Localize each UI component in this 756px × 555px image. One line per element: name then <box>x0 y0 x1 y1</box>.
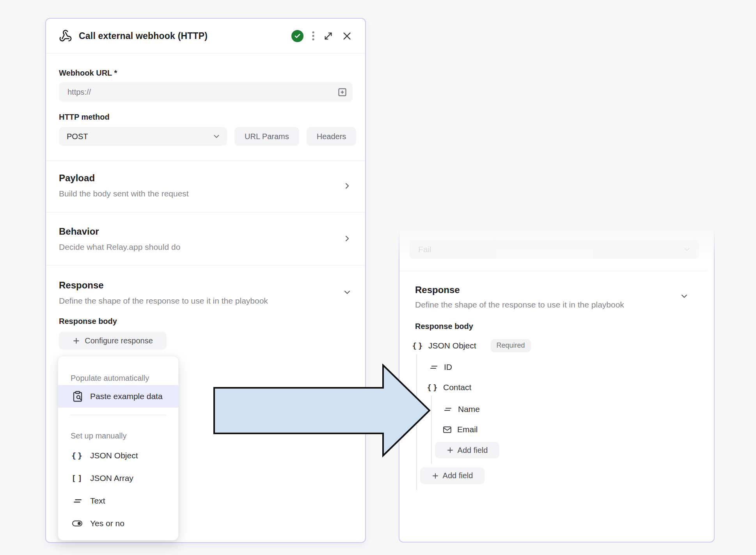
webhook-url-field[interactable] <box>59 82 353 102</box>
chevron-down-icon <box>683 245 691 254</box>
payload-section-title: Payload <box>59 173 95 184</box>
fail-select[interactable]: Fail <box>410 240 699 259</box>
response-section-title: Response <box>59 280 104 291</box>
expand-icon[interactable] <box>323 31 334 41</box>
add-field-label: Add field <box>443 471 473 480</box>
add-field-label: Add field <box>458 446 488 455</box>
webhook-icon <box>59 29 72 42</box>
http-method-value: POST <box>67 132 88 141</box>
menu-item-yes-or-no[interactable]: Yes or no <box>58 512 178 535</box>
divider <box>46 265 365 265</box>
menu-item-label: JSON Object <box>90 451 138 460</box>
dialog-header: Call external webhook (HTTP) <box>46 19 365 53</box>
payload-section-subtitle: Build the body sent with the request <box>59 189 189 198</box>
menu-item-label: Yes or no <box>90 519 124 528</box>
equals-text-icon <box>71 496 84 506</box>
chevron-down-icon[interactable] <box>343 288 352 297</box>
menu-item-label: Text <box>90 496 105 506</box>
headers-button[interactable]: Headers <box>307 127 357 146</box>
tree-row-email[interactable]: Email <box>442 422 478 437</box>
menu-item-text[interactable]: Text <box>58 490 178 512</box>
braces-icon: {} <box>71 452 84 460</box>
required-badge: Required <box>491 339 531 352</box>
menu-section-populate: Populate automatically <box>71 373 149 383</box>
plus-icon <box>73 337 80 345</box>
tree-guide-line <box>431 396 432 464</box>
divider <box>46 161 365 161</box>
menu-item-json-array[interactable]: [] JSON Array <box>58 467 178 490</box>
response-section-subtitle: Define the shape of the response to use … <box>415 300 624 309</box>
response-section-subtitle: Define the shape of the response to use … <box>59 296 268 306</box>
close-icon[interactable] <box>342 31 352 41</box>
toggle-icon <box>71 518 84 528</box>
insert-variable-icon[interactable] <box>337 87 348 97</box>
menu-item-json-object[interactable]: {} JSON Object <box>58 444 178 467</box>
brackets-icon: [] <box>71 474 84 482</box>
equals-text-icon <box>443 405 453 414</box>
url-params-button[interactable]: URL Params <box>234 127 299 146</box>
http-method-label: HTTP method <box>59 112 110 122</box>
chevron-right-icon[interactable] <box>343 234 352 243</box>
add-field-button-nested[interactable]: Add field <box>435 442 499 458</box>
tree-row-id[interactable]: ID <box>429 359 452 375</box>
braces-icon: {} <box>428 384 438 391</box>
envelope-icon <box>442 425 452 435</box>
response-body-label: Response body <box>59 316 117 326</box>
chevron-down-icon <box>212 132 221 141</box>
divider <box>399 271 708 271</box>
tree-row-name[interactable]: Name <box>443 401 480 417</box>
configure-response-button[interactable]: Configure response <box>59 332 167 350</box>
chevron-down-icon[interactable] <box>680 292 689 301</box>
tree-row-label: Name <box>458 405 480 414</box>
menu-item-label: JSON Array <box>90 474 133 483</box>
kebab-menu-icon[interactable] <box>312 30 315 41</box>
http-method-select[interactable]: POST <box>59 127 227 146</box>
webhook-url-label: Webhook URL * <box>59 68 117 78</box>
tree-row-label: ID <box>444 362 452 372</box>
page: Call external webhook (HTTP) Webhook <box>0 0 756 555</box>
tree-row-contact[interactable]: {} Contact <box>428 380 471 395</box>
dialog-title: Call external webhook (HTTP) <box>79 31 208 41</box>
clipboard-search-icon <box>71 391 84 402</box>
tree-row-label: Contact <box>443 383 471 392</box>
behavior-section-title: Behavior <box>59 226 99 237</box>
braces-icon: {} <box>413 342 423 350</box>
fail-select-value: Fail <box>418 245 431 254</box>
webhook-url-input[interactable] <box>67 87 337 97</box>
success-check-icon <box>291 30 303 42</box>
configure-response-menu: Populate automatically Paste example dat… <box>58 356 179 541</box>
behavior-section-subtitle: Decide what Relay.app should do <box>59 242 180 252</box>
equals-text-icon <box>429 362 439 372</box>
tree-row-root[interactable]: {} JSON Object Required <box>413 338 531 354</box>
chevron-right-icon[interactable] <box>343 181 352 191</box>
plus-icon <box>432 472 439 479</box>
menu-divider <box>70 415 166 415</box>
menu-section-manual: Set up manually <box>71 431 126 440</box>
menu-item-paste-example-data[interactable]: Paste example data <box>58 385 178 408</box>
response-body-label: Response body <box>415 322 473 331</box>
response-section-title: Response <box>415 285 460 296</box>
add-field-button-root[interactable]: Add field <box>420 467 484 484</box>
tree-row-label: Email <box>457 425 478 434</box>
configured-response-panel: Fail Response Define the shape of the re… <box>399 218 715 543</box>
tree-row-label: JSON Object <box>428 341 476 350</box>
menu-item-label: Paste example data <box>90 392 163 401</box>
configure-response-label: Configure response <box>85 336 153 345</box>
tree-guide-line <box>416 354 417 490</box>
plus-icon <box>447 447 454 454</box>
divider <box>46 212 365 212</box>
